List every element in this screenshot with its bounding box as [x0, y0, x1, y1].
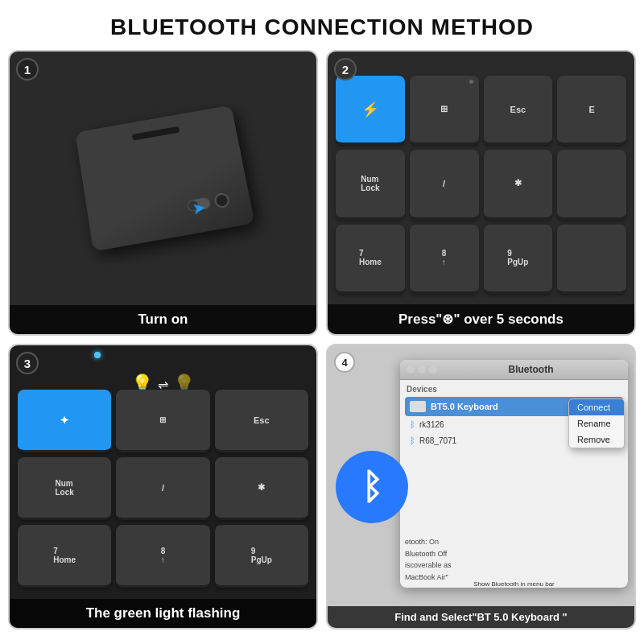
- device-name-1: rk3126: [419, 420, 444, 429]
- key-8-3: 8↑: [116, 525, 209, 588]
- context-menu: Connect Rename Remove: [568, 398, 625, 448]
- key-9: 9PgUp: [484, 225, 553, 294]
- device-image: ➤: [75, 105, 254, 251]
- step-3-caption: The green light flashing: [10, 599, 316, 628]
- key-calc: ⊞: [410, 76, 479, 145]
- key-div-3: /: [116, 457, 209, 520]
- step-3-cell: 3 💡 ⇌ 💡 ✦ ⊞ Esc NumLock / ✱ 7Home 8↑ 9Pg…: [8, 344, 318, 630]
- key-9-3: 9PgUp: [215, 525, 308, 588]
- key-label: E: [588, 105, 594, 114]
- context-rename[interactable]: Rename: [569, 415, 624, 431]
- bt-status: etooth: On Bluetooth Off iscoverable as …: [405, 536, 623, 583]
- page-title: BLUETOOTH CONNECTION METHOD: [0, 0, 644, 50]
- key-empty2: [557, 225, 626, 294]
- key-numlock-3: NumLock: [18, 457, 111, 520]
- mode-knob: [213, 192, 230, 208]
- status-line-0: etooth: On: [405, 536, 623, 547]
- device-slot: [131, 126, 180, 140]
- step-1-number: 1: [16, 58, 39, 80]
- bluetooth-symbol: ⚡: [361, 101, 379, 118]
- bt-icon-2: ᛒ: [410, 436, 415, 445]
- key-8: 8↑: [410, 225, 479, 294]
- status-line-2: iscoverable as: [405, 559, 623, 571]
- titlebar-dot-1: [407, 365, 415, 374]
- step-2-keys: ⚡ ⊞ Esc E NumLock / ✱ 7Home 8↑ 9PgUp: [328, 52, 634, 334]
- key-esc: Esc: [484, 76, 553, 145]
- step-1-visual: ➤: [10, 52, 316, 334]
- key-dot: [469, 80, 473, 84]
- step-3-number: 3: [16, 352, 39, 374]
- keyboard-icon-0: [410, 401, 426, 412]
- key-empty1: [557, 150, 626, 219]
- step-1-caption: Turn on: [10, 305, 316, 334]
- bluetooth-dialog: Bluetooth Devices BT5.0 Keyboard Connect…: [400, 360, 628, 588]
- dialog-titlebar: Bluetooth: [400, 360, 628, 380]
- device-name-2: R68_7071: [419, 436, 456, 445]
- arrow-indicator: ➤: [190, 196, 207, 218]
- bluetooth-logo: ᛒ: [336, 451, 408, 523]
- key-div: /: [410, 150, 479, 219]
- bluetooth-logo-icon: ᛒ: [361, 467, 382, 507]
- key-bt-3: ✦: [18, 390, 111, 452]
- key-label: ⊞: [440, 104, 448, 114]
- key-calc-3: ⊞: [116, 390, 209, 452]
- context-connect[interactable]: Connect: [569, 399, 624, 415]
- key-numlock: NumLock: [336, 150, 405, 219]
- dialog-bottom: etooth: On Bluetooth Off iscoverable as …: [400, 535, 628, 584]
- steps-grid: 1 ➤ Turn on 2 ⚡ ⊞: [0, 50, 644, 638]
- titlebar-dot-2: [418, 365, 426, 374]
- dialog-title: Bluetooth: [440, 364, 621, 375]
- step-4-caption: Find and Select"BT 5.0 Keyboard ": [328, 606, 634, 628]
- led-indicator: [94, 352, 101, 358]
- step-2-cell: 2 ⚡ ⊞ Esc E NumLock / ✱ 7Home 8↑ 9PgUp P…: [326, 50, 636, 336]
- step-2-caption: Press"⊛" over 5 seconds: [328, 304, 634, 334]
- key-7-3: 7Home: [18, 525, 111, 588]
- key-label: Esc: [510, 105, 526, 114]
- context-remove[interactable]: Remove: [569, 431, 624, 448]
- key-esc-3: Esc: [215, 390, 308, 452]
- key-7: 7Home: [336, 225, 405, 294]
- key-e: E: [557, 76, 626, 145]
- device-row-0[interactable]: BT5.0 Keyboard Connect Rename Remove: [405, 397, 623, 416]
- step-2-number: 2: [334, 58, 357, 80]
- key-star-3: ✱: [215, 457, 308, 520]
- devices-label: Devices: [405, 385, 623, 394]
- titlebar-dot-3: [429, 365, 437, 374]
- key-star: ✱: [484, 150, 553, 219]
- dialog-body: Devices BT5.0 Keyboard Connect Rename Re…: [400, 380, 628, 453]
- step-1-cell: 1 ➤ Turn on: [8, 50, 318, 336]
- step-4-cell: 4 ᛒ Bluetooth Devices BT5.0 Keyboard: [326, 344, 636, 630]
- step-4-number: 4: [334, 352, 355, 373]
- show-bt-bar: Show Bluetooth in menu bar: [400, 580, 628, 588]
- device-name-0: BT5.0 Keyboard: [431, 402, 498, 411]
- bt-icon-1: ᛒ: [410, 419, 415, 429]
- status-line-1: Bluetooth Off: [405, 548, 623, 559]
- key-bluetooth: ⚡: [336, 76, 405, 145]
